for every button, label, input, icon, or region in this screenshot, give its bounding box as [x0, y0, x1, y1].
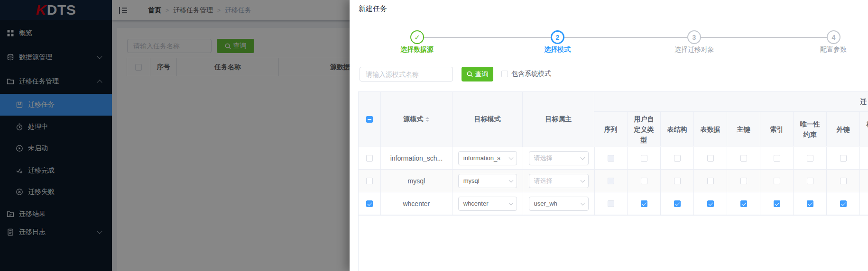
option-checkbox-foreign-key[interactable]: [840, 178, 847, 184]
target-owner-select[interactable]: user_wh: [529, 197, 589, 211]
schema-query-button[interactable]: 查询: [462, 67, 493, 81]
option-cell-check-constraint: [860, 147, 868, 169]
option-checkbox-index[interactable]: [774, 155, 780, 162]
option-checkbox-table-data[interactable]: [707, 200, 714, 207]
option-column-header-sequence: 序列: [594, 112, 628, 146]
row-select-cell: [359, 192, 381, 215]
option-checkbox-user-defined-type[interactable]: [641, 178, 647, 184]
option-columns-group: 迁 序列用户自定义类型表结构表数据主键索引唯一性约束外键检查约束: [594, 92, 868, 147]
option-checkbox-unique-constraint[interactable]: [807, 155, 813, 162]
option-column-header-unique-constraint: 唯一性约束: [794, 112, 827, 146]
chevron-down-icon: [508, 178, 513, 182]
option-checkbox-index[interactable]: [774, 178, 780, 184]
option-checkbox-sequence: [608, 200, 614, 207]
option-cell-user-defined-type: [628, 147, 661, 169]
step-1-circle: ✓: [410, 30, 424, 44]
option-cell-check-constraint: [860, 170, 868, 192]
option-checkbox-user-defined-type[interactable]: [641, 200, 647, 207]
option-checkbox-table-structure[interactable]: [674, 155, 681, 162]
select-all-checkbox[interactable]: [366, 116, 373, 123]
stepper-connector: [417, 37, 833, 38]
column-header-target-owner: 目标属主: [523, 92, 594, 147]
option-cell-sequence: [595, 147, 628, 169]
option-group-label: 迁: [860, 98, 867, 106]
option-cell-index: [760, 170, 794, 192]
target-owner-select[interactable]: 请选择: [529, 174, 589, 188]
schema-search-input[interactable]: [360, 67, 453, 81]
target-schema-select[interactable]: information_s: [458, 151, 517, 165]
option-checkbox-user-defined-type[interactable]: [641, 155, 647, 162]
row-select-checkbox[interactable]: [366, 178, 373, 184]
option-group-row: 迁: [594, 92, 868, 112]
option-checkbox-index[interactable]: [774, 200, 780, 207]
target-schema-cell: mysql: [452, 170, 523, 192]
schema-table-header: 源模式 目标模式 目标属主 迁 序列用户自定义类型表结构表数据主键索引唯一性约束…: [358, 91, 868, 147]
row-select-checkbox[interactable]: [366, 155, 373, 162]
option-checkbox-unique-constraint[interactable]: [807, 178, 813, 184]
target-owner-cell: 请选择: [523, 170, 595, 192]
chevron-down-icon: [508, 155, 513, 160]
option-checkbox-table-data[interactable]: [707, 178, 714, 184]
option-checkbox-primary-key[interactable]: [740, 200, 747, 207]
option-checkbox-sequence: [608, 178, 614, 184]
table-left-border-tail: [358, 201, 359, 271]
step-3-label: 选择迁移对象: [642, 45, 747, 54]
target-owner-cell: user_wh: [523, 192, 595, 215]
option-column-header-table-structure: 表结构: [661, 112, 694, 146]
option-cell-table-structure: [661, 192, 694, 215]
chevron-down-icon: [580, 200, 585, 205]
option-cell-check-constraint: [860, 192, 868, 215]
step-3-circle: 3: [687, 30, 701, 44]
schema-row: information_sch...information_s请选择: [358, 147, 868, 170]
option-checkbox-sequence: [608, 155, 614, 162]
option-checkbox-foreign-key[interactable]: [840, 155, 847, 162]
option-cell-sequence: [595, 170, 628, 192]
sort-caret[interactable]: [425, 117, 429, 122]
option-cell-table-structure: [661, 170, 694, 192]
include-system-schema-label: 包含系统模式: [511, 70, 551, 78]
select-all-cell: [359, 92, 381, 147]
option-cell-primary-key: [727, 192, 760, 215]
option-checkbox-foreign-key[interactable]: [840, 200, 847, 207]
chevron-down-icon: [580, 178, 585, 182]
include-system-schema-checkbox[interactable]: [501, 71, 508, 77]
option-checkbox-primary-key[interactable]: [740, 155, 747, 162]
option-checkbox-unique-constraint[interactable]: [807, 200, 813, 207]
option-checkbox-table-data[interactable]: [707, 155, 714, 162]
option-column-header-check-constraint: 检查约束: [860, 112, 868, 146]
column-header-source-schema: 源模式: [381, 92, 452, 147]
option-headers-row: 序列用户自定义类型表结构表数据主键索引唯一性约束外键检查约束: [594, 112, 868, 146]
step-1-label: 选择数据源: [365, 45, 469, 54]
source-schema-cell: mysql: [381, 170, 452, 192]
option-cell-primary-key: [727, 170, 760, 192]
target-owner-select[interactable]: 请选择: [529, 151, 589, 165]
target-schema-select[interactable]: whcenter: [458, 197, 517, 211]
chevron-down-icon: [508, 200, 513, 205]
target-schema-cell: information_s: [452, 147, 523, 169]
target-schema-cell: whcenter: [452, 192, 523, 215]
schema-row: mysqlmysql请选择: [358, 170, 868, 192]
option-cell-user-defined-type: [628, 170, 661, 192]
option-checkbox-primary-key[interactable]: [740, 178, 747, 184]
option-column-header-table-data: 表数据: [694, 112, 727, 146]
row-select-cell: [359, 147, 381, 169]
option-cell-index: [760, 147, 794, 169]
option-cell-sequence: [595, 192, 628, 215]
option-column-header-user-defined-type: 用户自定义类型: [628, 112, 661, 146]
option-cell-foreign-key: [827, 192, 860, 215]
row-select-checkbox[interactable]: [366, 200, 373, 207]
schema-mapping-table: 源模式 目标模式 目标属主 迁 序列用户自定义类型表结构表数据主键索引唯一性约束…: [358, 91, 868, 216]
option-checkbox-table-structure[interactable]: [674, 200, 681, 207]
row-select-cell: [359, 170, 381, 192]
search-icon: [467, 71, 473, 77]
option-cell-user-defined-type: [628, 192, 661, 215]
step-2-label: 选择模式: [505, 45, 609, 54]
option-column-header-foreign-key: 外键: [827, 112, 860, 146]
option-checkbox-table-structure[interactable]: [674, 178, 681, 184]
option-cell-index: [760, 192, 794, 215]
chevron-down-icon: [580, 155, 585, 160]
drawer-title: 新建任务: [359, 4, 387, 13]
option-cell-unique-constraint: [794, 147, 827, 169]
option-cell-table-data: [694, 170, 727, 192]
target-schema-select[interactable]: mysql: [458, 174, 517, 188]
